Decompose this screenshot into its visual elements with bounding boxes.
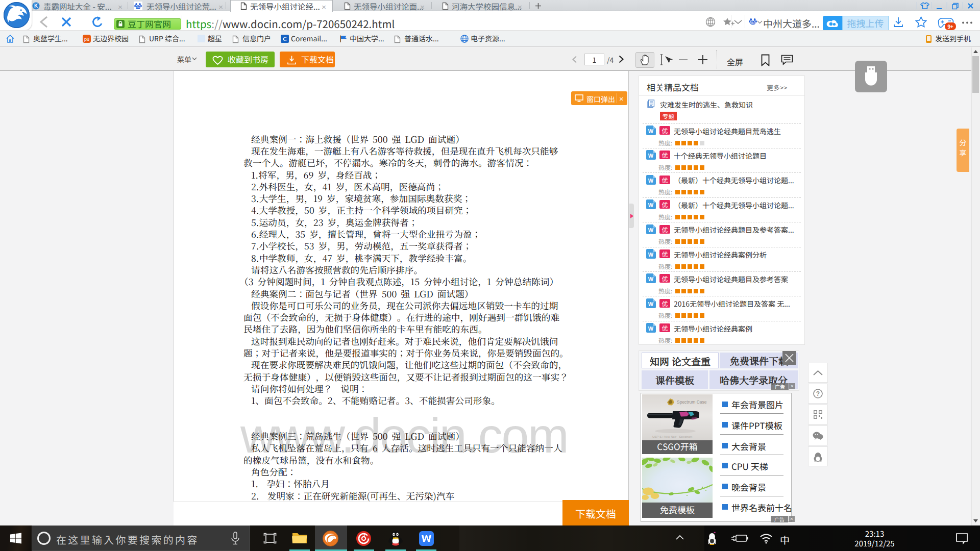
svg-text:CSGO开箱: CSGO开箱	[657, 440, 697, 453]
svg-text:W: W	[648, 202, 654, 208]
svg-text:W: W	[648, 252, 654, 258]
svg-text:W: W	[648, 325, 654, 332]
svg-text:W: W	[648, 227, 654, 233]
svg-text:K: K	[34, 3, 38, 9]
svg-text:USP-S | Neo-Noir · Spectrum: USP-S | Neo-Noir · Spectrum	[652, 435, 692, 438]
svg-text:Spectrum Case: Spectrum Case	[677, 399, 707, 405]
svg-text:du: du	[136, 6, 140, 9]
svg-text:du: du	[751, 21, 755, 24]
svg-text:W: W	[648, 300, 654, 307]
svg-text:免费模板: 免费模板	[660, 503, 695, 516]
svg-text:?: ?	[816, 390, 820, 397]
svg-text:pu: pu	[84, 37, 89, 42]
svg-text:W: W	[648, 177, 654, 183]
svg-text:W: W	[648, 128, 654, 134]
svg-text:C: C	[283, 36, 287, 42]
svg-text:W: W	[648, 276, 654, 282]
svg-text:W: W	[648, 153, 654, 159]
